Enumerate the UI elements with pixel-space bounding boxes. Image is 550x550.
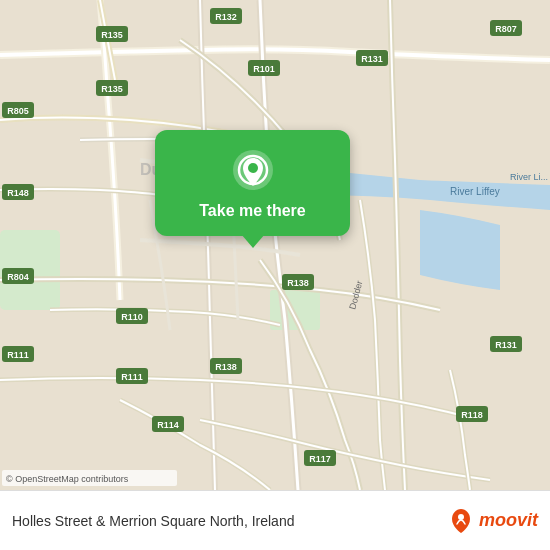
svg-text:River Liffey: River Liffey	[450, 186, 500, 197]
svg-text:R132: R132	[215, 12, 237, 22]
svg-text:R131: R131	[361, 54, 383, 64]
svg-text:R110: R110	[121, 312, 143, 322]
location-label: Holles Street & Merrion Square North, Ir…	[12, 513, 294, 529]
popup-card[interactable]: Take me there	[155, 130, 350, 236]
svg-text:R114: R114	[157, 420, 179, 430]
svg-text:R135: R135	[101, 30, 123, 40]
svg-text:R138: R138	[215, 362, 237, 372]
svg-text:R148: R148	[7, 188, 29, 198]
moovit-brand-name: moovit	[479, 510, 538, 531]
moovit-logo[interactable]: moovit	[447, 507, 538, 535]
svg-point-48	[458, 514, 464, 520]
svg-text:R135: R135	[101, 84, 123, 94]
moovit-icon	[447, 507, 475, 535]
svg-text:R804: R804	[7, 272, 29, 282]
bottom-bar: Holles Street & Merrion Square North, Ir…	[0, 490, 550, 550]
svg-text:R807: R807	[495, 24, 517, 34]
svg-text:R111: R111	[121, 372, 143, 382]
svg-text:R111: R111	[7, 350, 29, 360]
svg-text:© OpenStreetMap contributors: © OpenStreetMap contributors	[6, 474, 129, 484]
svg-text:R131: R131	[495, 340, 517, 350]
svg-text:River Li...: River Li...	[510, 172, 548, 182]
svg-text:R805: R805	[7, 106, 29, 116]
svg-text:R117: R117	[309, 454, 331, 464]
svg-text:R118: R118	[461, 410, 483, 420]
map-container: River Liffey River Li...	[0, 0, 550, 490]
svg-text:R138: R138	[287, 278, 309, 288]
svg-text:R101: R101	[253, 64, 275, 74]
svg-point-47	[248, 163, 258, 173]
take-me-there-button[interactable]: Take me there	[199, 202, 305, 220]
location-pin-icon	[231, 148, 275, 192]
